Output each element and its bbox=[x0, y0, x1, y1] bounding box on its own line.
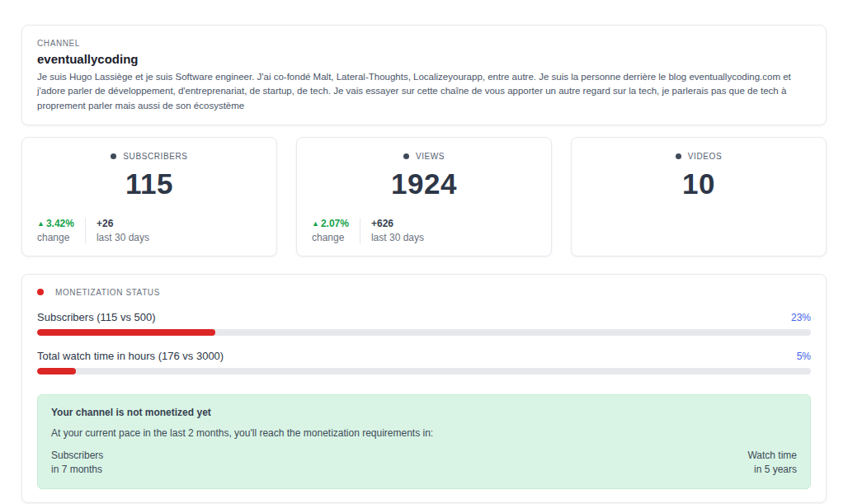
bullet-icon bbox=[111, 153, 116, 159]
notice-footer: Subscribers in 7 months Watch time in 5 … bbox=[51, 449, 797, 478]
up-arrow-icon: ▲ bbox=[312, 219, 319, 228]
stat-header: VIDEOS bbox=[676, 152, 722, 161]
stat-change-block: ▲2.07% change +626 last 30 days bbox=[312, 218, 424, 243]
change-percent: ▲2.07% bbox=[312, 218, 349, 229]
notice-watch-time-estimate: Watch time in 5 years bbox=[747, 449, 797, 478]
monetization-notice: Your channel is not monetized yet At you… bbox=[37, 394, 811, 489]
stat-label: VIDEOS bbox=[688, 152, 722, 161]
stat-change-block: ▲3.42% change +26 last 30 days bbox=[37, 218, 149, 243]
channel-label: CHANNEL bbox=[37, 39, 811, 48]
channel-description: Je suis Hugo Lassiège et je suis Softwar… bbox=[37, 70, 811, 113]
progress-fill bbox=[37, 368, 76, 374]
notice-right-title: Watch time bbox=[747, 449, 797, 463]
views-count: 1924 bbox=[391, 169, 457, 198]
status-dot-icon bbox=[37, 289, 44, 295]
progress-fill bbox=[37, 329, 215, 336]
bullet-icon bbox=[676, 153, 681, 159]
stat-header: SUBSCRIBERS bbox=[111, 152, 187, 161]
delta-value: +26 bbox=[97, 218, 149, 229]
notice-body: At your current pace in the last 2 month… bbox=[51, 427, 797, 439]
change-percent-value: 2.07% bbox=[321, 218, 349, 229]
bullet-icon bbox=[403, 153, 409, 159]
change-column: ▲3.42% change bbox=[37, 218, 86, 243]
change-percent: ▲3.42% bbox=[37, 218, 74, 229]
notice-right-value: in 5 years bbox=[747, 463, 797, 477]
progress-head: Total watch time in hours (176 vs 3000) … bbox=[37, 350, 811, 362]
channel-name: eventuallycoding bbox=[37, 52, 811, 66]
progress-percent: 5% bbox=[797, 351, 811, 362]
delta-caption: last 30 days bbox=[97, 232, 149, 243]
notice-left-value: in 7 months bbox=[51, 463, 103, 477]
stat-card-videos: VIDEOS 10 bbox=[571, 137, 827, 257]
change-caption: change bbox=[312, 232, 349, 243]
monetization-card: MONETIZATION STATUS Subscribers (115 vs … bbox=[21, 274, 827, 503]
stat-card-views: VIEWS 1924 ▲2.07% change +626 last 30 da… bbox=[296, 137, 552, 257]
progress-track bbox=[37, 368, 811, 374]
channel-dashboard: CHANNEL eventuallycoding Je suis Hugo La… bbox=[0, 0, 848, 503]
up-arrow-icon: ▲ bbox=[37, 219, 45, 228]
progress-label: Subscribers (115 vs 500) bbox=[37, 311, 156, 323]
delta-column: +626 last 30 days bbox=[360, 218, 424, 243]
monetization-label: MONETIZATION STATUS bbox=[55, 288, 160, 297]
progress-percent: 23% bbox=[791, 312, 811, 323]
progress-head: Subscribers (115 vs 500) 23% bbox=[37, 311, 811, 323]
stat-header: VIEWS bbox=[403, 152, 445, 161]
monetization-header: MONETIZATION STATUS bbox=[37, 288, 811, 297]
progress-track bbox=[37, 329, 811, 336]
delta-column: +26 last 30 days bbox=[86, 218, 149, 243]
notice-left-title: Subscribers bbox=[51, 449, 103, 463]
change-caption: change bbox=[37, 232, 74, 243]
subscribers-count: 115 bbox=[125, 169, 173, 198]
progress-subscribers: Subscribers (115 vs 500) 23% bbox=[37, 311, 811, 336]
delta-value: +626 bbox=[371, 218, 424, 229]
stat-card-subscribers: SUBSCRIBERS 115 ▲3.42% change +26 last 3… bbox=[21, 137, 277, 257]
progress-watch-time: Total watch time in hours (176 vs 3000) … bbox=[37, 350, 811, 374]
progress-label: Total watch time in hours (176 vs 3000) bbox=[37, 350, 224, 362]
notice-subscribers-estimate: Subscribers in 7 months bbox=[51, 449, 103, 478]
channel-card: CHANNEL eventuallycoding Je suis Hugo La… bbox=[21, 25, 827, 125]
stat-label: VIEWS bbox=[416, 152, 445, 161]
change-column: ▲2.07% change bbox=[312, 218, 360, 243]
stat-label: SUBSCRIBERS bbox=[123, 152, 187, 161]
videos-count: 10 bbox=[682, 169, 715, 198]
notice-title: Your channel is not monetized yet bbox=[51, 407, 797, 418]
stats-row: SUBSCRIBERS 115 ▲3.42% change +26 last 3… bbox=[21, 137, 827, 257]
delta-caption: last 30 days bbox=[371, 232, 424, 243]
change-percent-value: 3.42% bbox=[46, 218, 74, 229]
